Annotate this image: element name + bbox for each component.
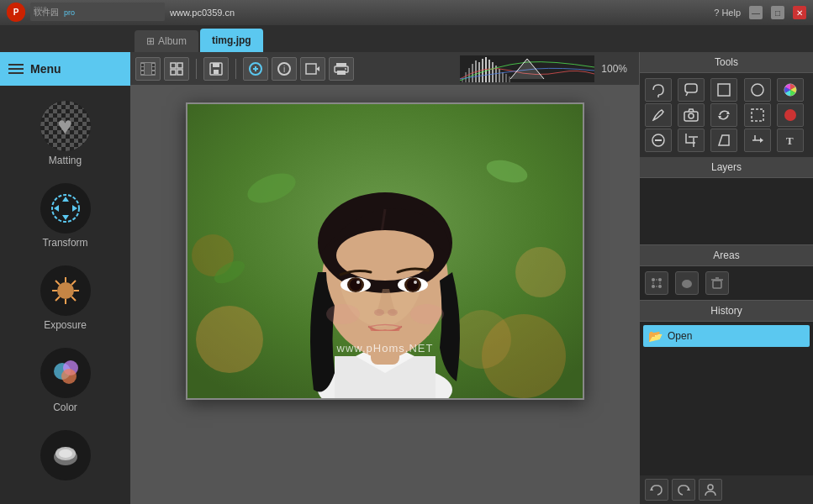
- svg-point-69: [452, 310, 511, 369]
- svg-point-118: [682, 280, 692, 288]
- tab-album[interactable]: ⊞ Album: [135, 30, 198, 52]
- svg-rect-31: [177, 63, 182, 68]
- areas-delete-btn[interactable]: [705, 271, 729, 295]
- beauty-svg: [49, 438, 82, 472]
- redo-button[interactable]: [672, 479, 695, 501]
- toolbar-circle-btn[interactable]: [243, 57, 268, 81]
- menu-button[interactable]: Menu: [0, 52, 130, 86]
- svg-rect-50: [465, 72, 467, 82]
- svg-rect-95: [718, 84, 730, 96]
- tool-cutout-btn[interactable]: [744, 103, 771, 127]
- svg-rect-33: [177, 70, 182, 75]
- svg-rect-24: [141, 67, 144, 70]
- svg-line-15: [55, 297, 60, 301]
- toolbar-adjust-btn[interactable]: [300, 57, 325, 81]
- tool-arrow-btn[interactable]: [744, 129, 771, 152]
- history-undo-redo: [640, 475, 813, 504]
- tool-lasso-btn[interactable]: [645, 78, 672, 102]
- svg-line-14: [71, 281, 76, 285]
- svg-point-90: [326, 304, 360, 324]
- tool-camera-btn[interactable]: [678, 103, 705, 127]
- maximize-button[interactable]: □: [771, 6, 784, 19]
- sidebar-item-transform[interactable]: Transform: [11, 176, 120, 255]
- save-icon: [209, 62, 223, 76]
- tool-minus-btn[interactable]: [645, 129, 672, 152]
- matting-label: Matting: [49, 155, 82, 166]
- portrait-svg: www.pHoms.NET: [187, 104, 583, 398]
- svg-rect-57: [488, 60, 490, 82]
- history-item-open[interactable]: 📂 Open: [643, 325, 810, 347]
- svg-rect-25: [141, 71, 144, 74]
- sidebar-item-exposure[interactable]: Exposure: [11, 259, 120, 338]
- app-name: 软件园 pro 2018: [30, 3, 165, 23]
- svg-point-86: [407, 279, 419, 291]
- sidebar-item-beauty[interactable]: [11, 423, 120, 491]
- right-panel: Tools: [639, 52, 813, 504]
- toolbar-save-btn[interactable]: [203, 57, 229, 81]
- filmstrip-icon: [140, 62, 156, 76]
- sidebar-item-color[interactable]: Color: [11, 341, 120, 420]
- histogram-chart: [460, 55, 594, 82]
- svg-text:www.pHoms.NET: www.pHoms.NET: [335, 342, 433, 354]
- svg-point-103: [784, 109, 796, 121]
- toolbar-filmstrip-btn[interactable]: [135, 57, 161, 81]
- svg-point-91: [410, 304, 444, 324]
- tool-crop-btn[interactable]: [678, 129, 705, 152]
- color-svg: [49, 356, 82, 390]
- layers-section: Layers: [640, 157, 813, 245]
- history-section: History 📂 Open: [640, 301, 813, 504]
- layers-title: Layers: [640, 157, 813, 178]
- areas-content: [640, 266, 813, 301]
- svg-rect-119: [713, 281, 721, 288]
- help-button[interactable]: ? Help: [714, 8, 741, 18]
- svg-rect-36: [214, 70, 219, 74]
- help-icon: ?: [714, 8, 719, 18]
- transform-tool-icon: [40, 183, 91, 234]
- tab-bar: ⊞ Album timg.jpg: [0, 25, 813, 52]
- svg-marker-122: [650, 487, 653, 491]
- left-sidebar: Menu ♥ Matting: [0, 52, 130, 504]
- toolbar-print-btn[interactable]: [329, 57, 354, 81]
- svg-point-87: [414, 281, 417, 284]
- close-button[interactable]: ✕: [793, 6, 806, 19]
- svg-point-18: [61, 369, 77, 384]
- svg-rect-60: [499, 69, 500, 82]
- circle-plus-icon: [248, 61, 263, 76]
- history-open-icon: 📂: [648, 329, 663, 343]
- help-label: Help: [721, 8, 741, 18]
- tool-paint-btn[interactable]: [645, 103, 672, 127]
- areas-dots-btn[interactable]: [645, 271, 668, 295]
- layers-content: [640, 178, 813, 245]
- tool-rect-btn[interactable]: [710, 78, 737, 102]
- areas-blob-btn[interactable]: [675, 271, 699, 295]
- tool-perspective-btn[interactable]: [710, 129, 737, 152]
- tool-rotate-btn[interactable]: [710, 103, 737, 127]
- svg-rect-46: [337, 71, 346, 75]
- svg-point-47: [345, 68, 346, 70]
- tool-ellipse-btn[interactable]: [744, 78, 771, 102]
- svg-point-99: [689, 113, 694, 118]
- tool-type-btn[interactable]: T: [777, 129, 804, 152]
- person-btn[interactable]: [699, 479, 722, 501]
- svg-rect-61: [502, 72, 504, 82]
- svg-point-124: [708, 485, 713, 490]
- undo-button[interactable]: [645, 479, 668, 501]
- svg-point-88: [374, 309, 384, 316]
- svg-rect-35: [213, 63, 219, 67]
- canvas-area[interactable]: www.pHoms.NET: [130, 86, 639, 504]
- menu-icon: [8, 64, 24, 74]
- minimize-button[interactable]: —: [749, 6, 763, 19]
- tab-file[interactable]: timg.jpg: [200, 29, 263, 52]
- svg-line-13: [71, 297, 76, 301]
- exposure-svg: [49, 274, 82, 307]
- tool-speech-btn[interactable]: [678, 78, 705, 102]
- toolbar-view-btn[interactable]: [164, 57, 189, 81]
- areas-section: Areas: [640, 245, 813, 301]
- tool-red-dot-btn[interactable]: [777, 103, 804, 127]
- svg-text:T: T: [786, 134, 794, 147]
- sidebar-tools: ♥ Matting Transform: [0, 86, 130, 504]
- sidebar-item-matting[interactable]: ♥ Matting: [11, 94, 120, 173]
- toolbar-info-btn[interactable]: i: [272, 57, 297, 81]
- tool-color-wheel-btn[interactable]: [777, 78, 804, 102]
- tab-album-label: Album: [158, 35, 187, 47]
